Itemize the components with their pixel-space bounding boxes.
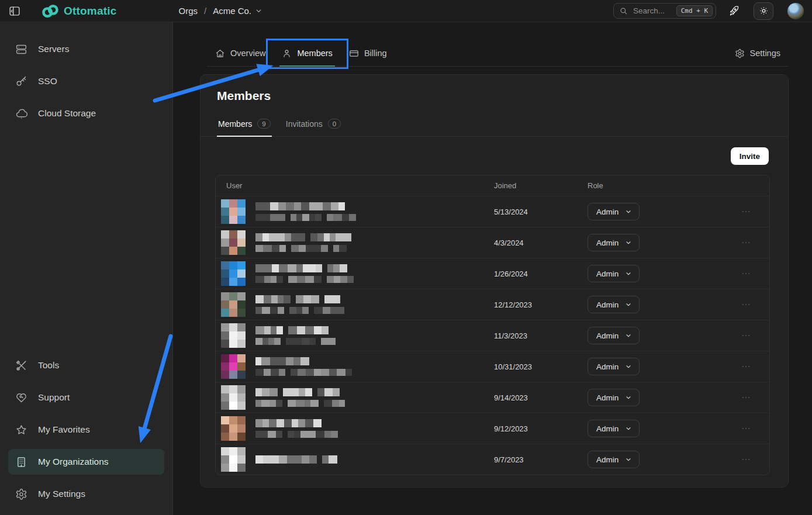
chevron-down-icon: [625, 425, 632, 432]
user-cell: [216, 261, 494, 286]
dots-icon: [741, 330, 751, 341]
role-cell: Admin: [588, 203, 722, 220]
role-dropdown[interactable]: Admin: [588, 265, 640, 282]
person-icon: [282, 49, 292, 58]
avatar: [221, 416, 246, 441]
joined-date: 9/7/2023: [494, 455, 588, 464]
sidebar-bottom-group: ToolsSupportMy FavoritesMy Organizations…: [8, 352, 164, 507]
page-title: Members: [217, 89, 788, 103]
redacted-user-info: [255, 202, 356, 221]
search-icon: [619, 6, 628, 15]
key-icon: [15, 75, 27, 88]
collapse-sidebar-button[interactable]: [8, 5, 21, 18]
org-switcher[interactable]: Acme Co.: [213, 6, 262, 16]
role-cell: Admin: [588, 358, 722, 375]
redacted-email: [255, 276, 354, 283]
table-row: 4/3/2024Admin: [216, 227, 769, 258]
row-menu-button[interactable]: [740, 236, 752, 249]
actions-cell: [722, 329, 769, 342]
sidebar-item-tools[interactable]: Tools: [8, 352, 164, 378]
tab-label: Overview: [230, 49, 265, 58]
dots-icon: [741, 392, 751, 403]
theme-toggle-button[interactable]: [754, 2, 773, 20]
subtab-invitations[interactable]: Invitations0: [285, 119, 342, 136]
members-subtabs: Members9Invitations0: [201, 119, 788, 137]
redacted-email: [255, 214, 356, 221]
role-dropdown[interactable]: Admin: [588, 358, 640, 375]
tab-settings[interactable]: Settings: [727, 40, 789, 66]
sidebar: ServersSSOCloud Storage ToolsSupportMy F…: [0, 22, 173, 515]
sidebar-item-label: SSO: [38, 76, 57, 87]
redacted-user-info: [255, 326, 336, 345]
invite-row: Invite: [201, 137, 788, 175]
row-menu-button[interactable]: [740, 329, 752, 342]
table-row: 12/12/2023Admin: [216, 289, 769, 320]
dots-icon: [741, 361, 751, 372]
role-value: Admin: [596, 300, 618, 309]
tab-members[interactable]: Members: [274, 40, 340, 66]
role-dropdown[interactable]: Admin: [588, 420, 640, 437]
count-badge: 9: [257, 119, 270, 129]
role-value: Admin: [596, 424, 618, 433]
redacted-user-info: [255, 264, 354, 283]
role-dropdown[interactable]: Admin: [588, 327, 640, 344]
chevron-down-icon: [625, 208, 632, 215]
user-cell: [216, 292, 494, 317]
rocket-icon: [728, 5, 740, 17]
role-dropdown[interactable]: Admin: [588, 203, 640, 220]
subtab-members[interactable]: Members9: [217, 119, 272, 136]
redacted-email: [255, 400, 345, 407]
row-menu-button[interactable]: [740, 205, 752, 218]
dots-icon: [741, 299, 751, 310]
table-row: 9/7/2023Admin: [216, 444, 769, 475]
sidebar-item-support[interactable]: Support: [8, 385, 164, 410]
gear-icon: [735, 49, 745, 58]
sidebar-item-servers[interactable]: Servers: [8, 36, 164, 62]
sidebar-item-sso[interactable]: SSO: [8, 68, 164, 94]
redacted-name: [255, 233, 351, 241]
tab-overview[interactable]: Overview: [207, 40, 274, 66]
table-row: 5/13/2024Admin: [216, 196, 769, 227]
row-menu-button[interactable]: [740, 298, 752, 311]
row-menu-button[interactable]: [740, 391, 752, 404]
sidebar-item-cloud-storage[interactable]: Cloud Storage: [8, 101, 164, 126]
redacted-name: [255, 295, 344, 303]
app-logo[interactable]: Ottomatic: [41, 4, 116, 19]
redacted-name: [255, 326, 336, 334]
search-box[interactable]: Cmd + K: [613, 3, 716, 19]
ottomatic-logo-icon: [41, 4, 60, 19]
user-avatar[interactable]: [787, 3, 804, 19]
row-menu-button[interactable]: [740, 267, 752, 280]
breadcrumb-root[interactable]: Orgs: [178, 6, 198, 16]
invite-button[interactable]: Invite: [731, 147, 769, 165]
tab-billing[interactable]: Billing: [341, 40, 395, 66]
actions-cell: [722, 298, 769, 311]
sidebar-item-my-favorites[interactable]: My Favorites: [8, 417, 164, 443]
members-card: Members Members9Invitations0 Invite User…: [200, 74, 789, 488]
members-table: User Joined Role 5/13/2024Admin4/3/2024A…: [215, 175, 770, 475]
row-menu-button[interactable]: [740, 453, 752, 466]
redacted-user-info: [255, 455, 337, 464]
sidebar-item-label: Tools: [38, 360, 59, 371]
avatar: [221, 261, 246, 286]
role-dropdown[interactable]: Admin: [588, 234, 640, 251]
actions-cell: [722, 236, 769, 249]
sidebar-item-my-settings[interactable]: My Settings: [8, 481, 164, 507]
role-dropdown[interactable]: Admin: [588, 451, 640, 468]
star-icon: [15, 424, 27, 436]
avatar: [221, 385, 246, 410]
search-input[interactable]: [632, 6, 672, 16]
dots-icon: [741, 237, 751, 248]
user-cell: [216, 416, 494, 441]
launch-button[interactable]: [727, 4, 741, 18]
row-menu-button[interactable]: [740, 360, 752, 373]
row-menu-button[interactable]: [740, 422, 752, 435]
sidebar-item-my-organizations[interactable]: My Organizations: [8, 449, 164, 475]
joined-date: 9/12/2023: [494, 424, 588, 433]
role-dropdown[interactable]: Admin: [588, 296, 640, 313]
redacted-name: [255, 388, 345, 396]
breadcrumb-current: Acme Co.: [213, 6, 251, 16]
org-tabbar: OverviewMembersBilling Settings: [207, 40, 789, 67]
gear-icon: [15, 488, 27, 500]
role-dropdown[interactable]: Admin: [588, 389, 640, 406]
